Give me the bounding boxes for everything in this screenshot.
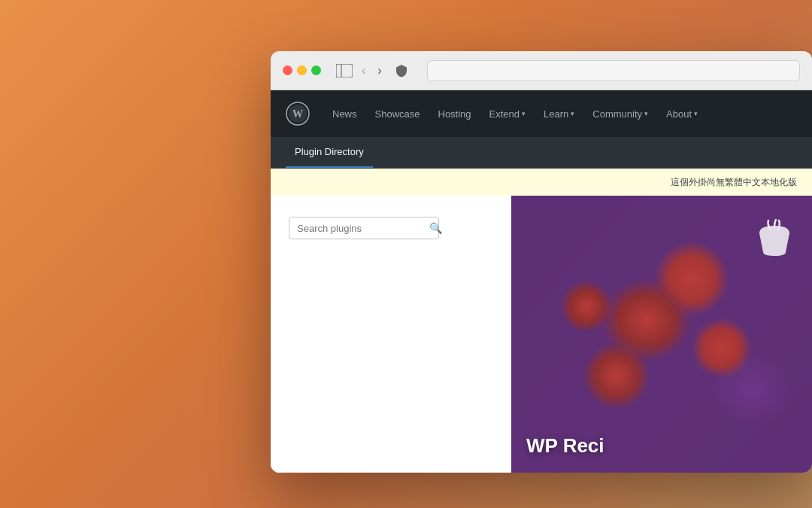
back-button[interactable]: ‹ <box>359 62 368 79</box>
traffic-light-minimize[interactable] <box>297 65 307 75</box>
nav-item-community[interactable]: Community ▾ <box>585 102 656 126</box>
nav-item-hosting[interactable]: Hosting <box>431 102 479 126</box>
address-bar[interactable] <box>427 60 800 81</box>
featured-plugin-card: WP Reci <box>511 196 812 473</box>
browser-controls: ‹ › <box>336 62 385 79</box>
wp-nav-items: News Showcase Hosting Extend ▾ Learn ▾ C… <box>325 102 705 126</box>
nav-item-about[interactable]: About ▾ <box>659 102 705 126</box>
nav-item-extend[interactable]: Extend ▾ <box>482 102 533 126</box>
learn-chevron-icon: ▾ <box>571 110 574 117</box>
search-button[interactable]: 🔍 <box>429 222 442 234</box>
nav-item-learn[interactable]: Learn ▾ <box>536 102 582 126</box>
svg-rect-0 <box>336 64 353 78</box>
nav-item-news[interactable]: News <box>325 102 365 126</box>
browser-chrome: ‹ › <box>271 51 812 90</box>
recipe-icon <box>752 218 797 263</box>
notice-text: 這個外掛尚無繁體中文本地化版 <box>671 176 797 189</box>
traffic-light-fullscreen[interactable] <box>311 65 321 75</box>
forward-button[interactable]: › <box>374 62 384 79</box>
main-content: 🔍 WP Reci <box>271 196 812 473</box>
search-box[interactable]: 🔍 <box>289 217 439 239</box>
featured-plugin-title: WP Reci <box>526 434 604 458</box>
extend-chevron-icon: ▾ <box>522 110 526 117</box>
nav-item-showcase[interactable]: Showcase <box>368 102 428 126</box>
about-chevron-icon: ▾ <box>694 110 698 117</box>
wp-subnav: Plugin Directory <box>271 137 812 169</box>
left-panel: 🔍 <box>271 196 511 473</box>
wp-navbar: W News Showcase Hosting Extend ▾ Learn ▾… <box>271 90 812 137</box>
search-input[interactable] <box>297 223 423 234</box>
notice-bar: 這個外掛尚無繁體中文本地化版 <box>271 169 812 196</box>
community-chevron-icon: ▾ <box>644 110 648 117</box>
wordpress-logo: W <box>286 102 310 126</box>
traffic-lights <box>283 65 321 75</box>
browser-window: ‹ › W News Showcase Hosting <box>271 51 812 473</box>
shield-icon <box>394 63 409 78</box>
traffic-light-close[interactable] <box>283 65 292 75</box>
subnav-plugin-directory[interactable]: Plugin Directory <box>286 137 373 168</box>
sidebar-toggle-icon[interactable] <box>336 64 353 78</box>
svg-text:W: W <box>292 108 303 120</box>
